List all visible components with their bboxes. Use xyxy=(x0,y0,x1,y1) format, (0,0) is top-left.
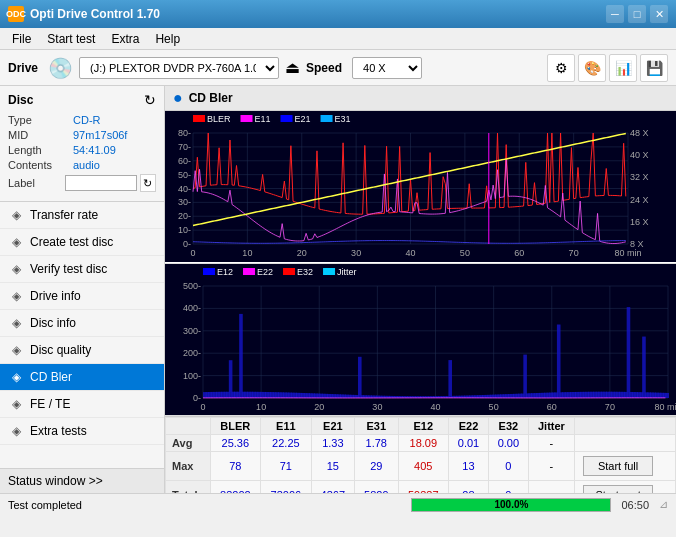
chart-config-icon[interactable]: 📊 xyxy=(609,54,637,82)
start-full-cell: Start full xyxy=(575,452,676,481)
nav-drive-info[interactable]: ◈ Drive info xyxy=(0,283,164,310)
menubar: File Start test Extra Help xyxy=(0,28,676,50)
progress-text: 100.0% xyxy=(412,499,610,511)
status-window-label: Status window >> xyxy=(8,474,103,488)
start-part-cell: Start part xyxy=(575,481,676,494)
main-area: Disc ↻ Type CD-R MID 97m17s06f Length 54… xyxy=(0,86,676,493)
drive-label: Drive xyxy=(8,61,38,75)
time-display: 06:50 xyxy=(621,499,649,511)
disc-quality-icon: ◈ xyxy=(8,342,24,358)
total-jitter: - xyxy=(528,481,574,494)
top-chart-wrapper xyxy=(165,111,676,264)
menu-start-test[interactable]: Start test xyxy=(39,30,103,48)
menu-help[interactable]: Help xyxy=(147,30,188,48)
avg-jitter: - xyxy=(528,435,574,452)
drive-icon: 💿 xyxy=(48,56,73,80)
eject-icon[interactable]: ⏏ xyxy=(285,58,300,77)
save-icon[interactable]: 💾 xyxy=(640,54,668,82)
total-e12: 59337 xyxy=(398,481,449,494)
drive-info-icon: ◈ xyxy=(8,288,24,304)
transfer-rate-icon: ◈ xyxy=(8,207,24,223)
start-full-button[interactable]: Start full xyxy=(583,456,653,476)
nav-create-test-disc-label: Create test disc xyxy=(30,235,113,249)
col-header-e21: E21 xyxy=(311,418,354,435)
disc-header-title: Disc xyxy=(8,93,33,107)
total-bler: 83202 xyxy=(210,481,261,494)
avg-e12: 18.09 xyxy=(398,435,449,452)
total-e31: 5829 xyxy=(355,481,398,494)
settings-icon[interactable]: ⚙ xyxy=(547,54,575,82)
size-grip: ⊿ xyxy=(659,498,668,511)
nav-transfer-rate-label: Transfer rate xyxy=(30,208,98,222)
stats-max-row: Max 78 71 15 29 405 13 0 - Start full xyxy=(166,452,676,481)
create-test-disc-icon: ◈ xyxy=(8,234,24,250)
col-header-e31: E31 xyxy=(355,418,398,435)
disc-mid-value: 97m17s06f xyxy=(73,129,127,141)
avg-e32: 0.00 xyxy=(488,435,528,452)
drive-select[interactable]: (J:) PLEXTOR DVDR PX-760A 1.07 xyxy=(79,57,279,79)
total-e21: 4367 xyxy=(311,481,354,494)
avg-e21: 1.33 xyxy=(311,435,354,452)
disc-length-row: Length 54:41.09 xyxy=(8,144,156,156)
disc-section: Disc ↻ Type CD-R MID 97m17s06f Length 54… xyxy=(0,86,164,202)
total-e32: 0 xyxy=(488,481,528,494)
max-e31: 29 xyxy=(355,452,398,481)
col-header-e32: E32 xyxy=(488,418,528,435)
col-header-e12: E12 xyxy=(398,418,449,435)
speed-select[interactable]: 8 X 16 X 24 X 32 X 40 X 48 X xyxy=(352,57,422,79)
chart-cd-bler-icon: ● xyxy=(173,89,183,107)
start-part-button[interactable]: Start part xyxy=(583,485,653,493)
stats-table: BLER E11 E21 E31 E12 E22 E32 Jitter Avg xyxy=(165,417,676,493)
cd-bler-icon: ◈ xyxy=(8,369,24,385)
progress-bar-container: 100.0% xyxy=(411,498,611,512)
top-chart xyxy=(165,111,676,262)
nav-disc-info-label: Disc info xyxy=(30,316,76,330)
col-header-bler: BLER xyxy=(210,418,261,435)
nav-extra-tests[interactable]: ◈ Extra tests xyxy=(0,418,164,445)
nav-create-test-disc[interactable]: ◈ Create test disc xyxy=(0,229,164,256)
disc-contents-row: Contents audio xyxy=(8,159,156,171)
max-bler: 78 xyxy=(210,452,261,481)
nav-fe-te[interactable]: ◈ FE / TE xyxy=(0,391,164,418)
sidebar: Disc ↻ Type CD-R MID 97m17s06f Length 54… xyxy=(0,86,165,493)
status-text: Test completed xyxy=(8,499,401,511)
close-button[interactable]: ✕ xyxy=(650,5,668,23)
drivebar: Drive 💿 (J:) PLEXTOR DVDR PX-760A 1.07 ⏏… xyxy=(0,50,676,86)
nav-verify-test-disc[interactable]: ◈ Verify test disc xyxy=(0,256,164,283)
nav-transfer-rate[interactable]: ◈ Transfer rate xyxy=(0,202,164,229)
nav-cd-bler-label: CD Bler xyxy=(30,370,72,384)
nav-cd-bler[interactable]: ◈ CD Bler xyxy=(0,364,164,391)
col-header-actions xyxy=(575,418,676,435)
menu-extra[interactable]: Extra xyxy=(103,30,147,48)
status-window[interactable]: Status window >> xyxy=(0,468,164,493)
speed-label: Speed xyxy=(306,61,342,75)
label-refresh-icon[interactable]: ↻ xyxy=(140,174,156,192)
stats-area: BLER E11 E21 E31 E12 E22 E32 Jitter Avg xyxy=(165,416,676,493)
disc-refresh-icon[interactable]: ↻ xyxy=(144,92,156,108)
color-icon[interactable]: 🎨 xyxy=(578,54,606,82)
col-header-empty xyxy=(166,418,211,435)
bottom-chart xyxy=(165,264,676,416)
disc-contents-label: Contents xyxy=(8,159,73,171)
minimize-button[interactable]: ─ xyxy=(606,5,624,23)
charts-container xyxy=(165,111,676,416)
max-e22: 13 xyxy=(449,452,489,481)
nav-verify-test-disc-label: Verify test disc xyxy=(30,262,107,276)
disc-label-row: Label ↻ xyxy=(8,174,156,192)
bottom-chart-wrapper xyxy=(165,264,676,417)
nav-disc-quality[interactable]: ◈ Disc quality xyxy=(0,337,164,364)
disc-mid-label: MID xyxy=(8,129,73,141)
max-jitter: - xyxy=(528,452,574,481)
nav-extra-tests-label: Extra tests xyxy=(30,424,87,438)
menu-file[interactable]: File xyxy=(4,30,39,48)
maximize-button[interactable]: □ xyxy=(628,5,646,23)
chart-area: ● CD Bler BLER E11 E21 xyxy=(165,86,676,493)
nav-drive-info-label: Drive info xyxy=(30,289,81,303)
titlebar-left: ODC Opti Drive Control 1.70 xyxy=(8,6,160,22)
disc-type-value: CD-R xyxy=(73,114,101,126)
avg-label: Avg xyxy=(166,435,211,452)
max-e21: 15 xyxy=(311,452,354,481)
disc-label-label: Label xyxy=(8,177,65,189)
disc-label-input[interactable] xyxy=(65,175,137,191)
nav-disc-info[interactable]: ◈ Disc info xyxy=(0,310,164,337)
